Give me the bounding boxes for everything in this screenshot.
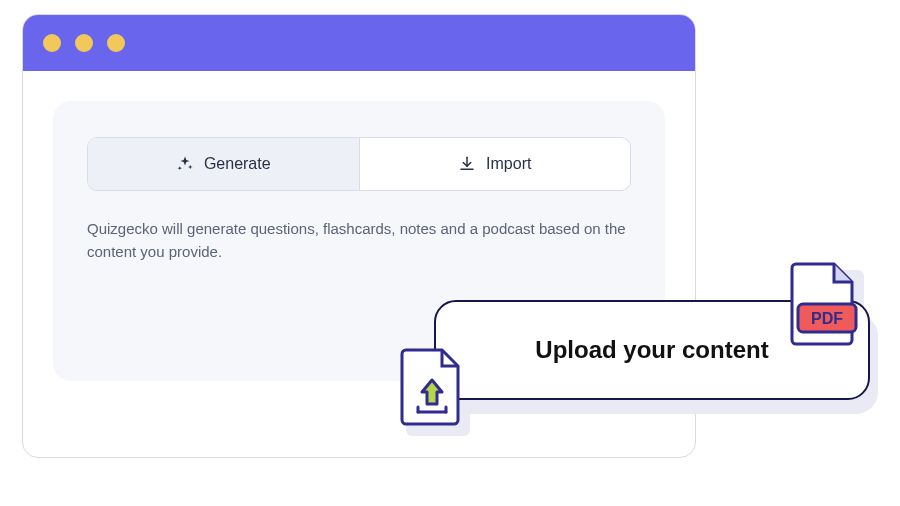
file-upload-icon xyxy=(400,346,464,426)
window-dot xyxy=(75,34,93,52)
titlebar xyxy=(23,15,695,71)
window-dot xyxy=(43,34,61,52)
tab-import-label: Import xyxy=(486,155,531,173)
window-dot xyxy=(107,34,125,52)
sparkle-icon xyxy=(176,155,194,173)
tabs: Generate Import xyxy=(87,137,631,191)
tab-generate-label: Generate xyxy=(204,155,271,173)
tab-import[interactable]: Import xyxy=(359,138,631,190)
tab-generate[interactable]: Generate xyxy=(88,138,359,190)
callout-label: Upload your content xyxy=(535,336,768,364)
pdf-label: PDF xyxy=(811,310,843,327)
download-icon xyxy=(458,155,476,173)
description-text: Quizgecko will generate questions, flash… xyxy=(87,217,631,264)
file-pdf-icon: PDF xyxy=(788,260,860,348)
